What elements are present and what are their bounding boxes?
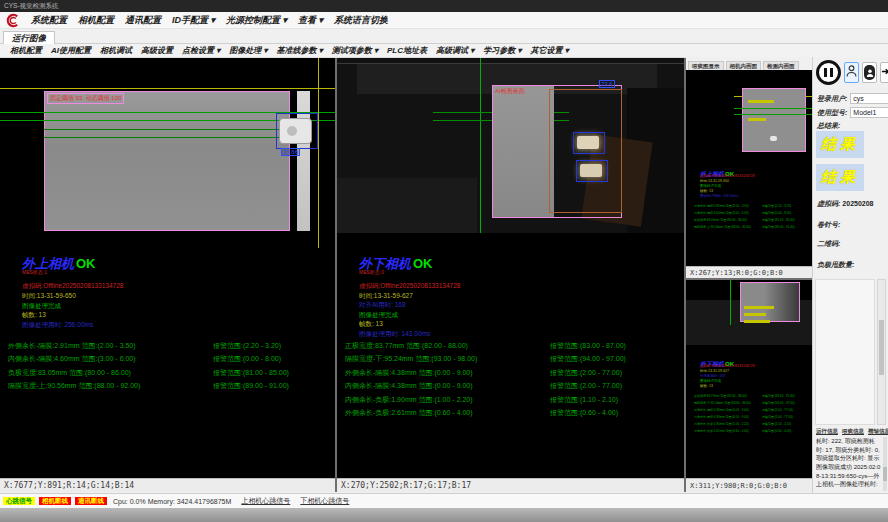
toolbar-test-params[interactable]: 测试项参数 ▾: [332, 45, 378, 56]
title-bar: CYS-视觉检测系统: [0, 0, 888, 12]
menu-item-view[interactable]: 查看 ▾: [298, 14, 323, 27]
pause-icon: [824, 68, 827, 77]
measurement-value: 内侧余长-负极:1.90mm 范围:(1.00 - 2.20): [694, 422, 749, 426]
toolbar-advanced-debug[interactable]: 高级调试 ▾: [436, 45, 474, 56]
thumbnail-tabs: 瑕疵图显示 相机内画面 检测内画面: [686, 57, 812, 70]
alarm-range: 报警范围:(89.00 - 91.00): [213, 381, 289, 391]
time-line: 时间:13-31-59-627: [700, 369, 729, 373]
toolbar-spot-check[interactable]: 点检设置 ▾: [182, 45, 220, 56]
pixel-coordinate-bar-thumb-top: X:267;Y:13;R:0;G:0;B:0: [686, 266, 812, 278]
logout-button[interactable]: [880, 62, 888, 83]
measurement-row: 内侧余长-负极:1.90mm 范围:(1.00 - 2.20)报警范围:(1.1…: [337, 395, 684, 408]
green-guide-line: [480, 58, 481, 233]
toolbar-ai-config[interactable]: AI使用配置: [51, 45, 91, 56]
panel-scrollbar[interactable]: [877, 279, 886, 425]
measurement-value: 内侧余长-负极:1.90mm 范围:(1.00 - 2.20): [345, 395, 473, 405]
user-profile-button[interactable]: [862, 62, 877, 83]
toolbar-camera-config[interactable]: 相机配置: [10, 45, 42, 56]
alarm-range: 报警范围:(83.00 - 87.00): [762, 394, 795, 398]
toolbar-image-processing[interactable]: 图像处理 ▾: [229, 45, 267, 56]
toolbar-plc-address[interactable]: PLC地址表: [387, 45, 427, 56]
barcode-line: 虚拟码:Offline20250208133134728: [700, 364, 755, 368]
log-tab-wrinkle-info[interactable]: 褶皱信息: [868, 428, 888, 435]
measurement-value: 外侧余长-隔膜:2.91mm 范围:(2.00 - 3.50): [8, 341, 136, 351]
alarm-range: 报警范围:(1.10 - 2.10): [550, 395, 618, 405]
alarm-range: 报警范围:(81.00 - 85.00): [213, 368, 289, 378]
scrollbar-thumb[interactable]: [879, 320, 884, 375]
alarm-range: 报警范围:(0.00 - 8.00): [213, 354, 281, 364]
pixel-coordinate-bar-thumb-bottom: X:311;Y:980;R:0;G:0;B:0: [686, 478, 812, 492]
measurement-value: 正极宽度:83.77mm 范围:(82.00 - 88.00): [694, 394, 747, 398]
side-panel: 登录用户: cys 使用型号: Model1 总结果: 结果 结果 虚拟码:20…: [812, 57, 888, 493]
lower-camera-heartbeat: 下相机心跳信号: [300, 496, 349, 506]
menu-item-comm-config[interactable]: 通讯配置: [125, 14, 161, 27]
menu-item-system-config[interactable]: 系统配置: [31, 14, 67, 27]
frame-count-line: 帧数: 13: [700, 384, 713, 388]
anode-count-label: 负极甩数量:: [817, 261, 854, 268]
measurement-row: 外侧余长-隔膜:4.38mm 范围:(0.00 - 9.00)报警范围:(2.0…: [694, 408, 749, 412]
measurement-row: 内侧余长-隔膜:4.60mm 范围:(3.00 - 6.00)报警范围:(0.0…: [0, 354, 335, 367]
result-box-lower: 结果: [816, 164, 864, 191]
login-user-label: 登录用户:: [817, 94, 847, 104]
ok-status: OK: [76, 256, 96, 271]
measure-tag: 23.66: [281, 148, 300, 156]
log-tab-run-info[interactable]: 运行信息: [816, 428, 838, 435]
virtual-code-value: 20250208: [842, 200, 873, 207]
needle-no-field: 卷针号:: [817, 220, 842, 230]
scrollbar-thumb[interactable]: [883, 467, 887, 481]
alarm-range: 报警范围:(94.00 - 97.00): [550, 354, 626, 364]
process-time-line: 图像处理用时: 256.00ms: [700, 194, 738, 198]
log-scrollbar[interactable]: [883, 437, 887, 491]
window-bottom-edge: [0, 508, 888, 522]
thumb-tab-defect-display[interactable]: 瑕疵图显示: [688, 61, 724, 70]
barcode-line: 虚拟码:Offline20250208133134728: [22, 282, 123, 291]
measurement-row: 负极宽度:83.05mm 范围:(80.00 - 86.00)报警范围:(81.…: [0, 368, 335, 381]
window-title: CYS-视觉检测系统: [4, 2, 59, 9]
measurement-value: 外侧余长-隔膜:2.91mm 范围:(2.00 - 3.50): [694, 204, 749, 208]
camera-view-lower[interactable]: AI检测画面 23.6 外下相机OK MES状态:0 虚拟码:Offline20…: [337, 58, 684, 478]
menu-item-id-config[interactable]: ID手配置 ▾: [172, 14, 215, 27]
login-user-input[interactable]: cys: [850, 93, 888, 104]
alarm-range: 报警范围:(1.10 - 2.10): [762, 422, 791, 426]
thumb-tab-camera-view[interactable]: 相机内画面: [726, 61, 762, 70]
yellow-callout: [744, 313, 766, 316]
yellow-callout: [748, 118, 766, 121]
thumb-tab-detect-view[interactable]: 检测内画面: [763, 61, 799, 70]
measurement-value: 隔膜宽度-下:95.24mm 范围:(93.00 - 98.00): [694, 401, 751, 405]
measurement-row: 隔膜宽度-上:90.56mm 范围:(88.00 - 92.00)报警范围:(8…: [694, 225, 751, 229]
time-line: 时间:13-31-59-627: [359, 292, 413, 301]
green-measure-line: [44, 129, 291, 130]
user-login-button[interactable]: [844, 62, 859, 83]
thumbnail-view-upper[interactable]: 外上相机OK 虚拟码:Offline20250208133134728 时间:1…: [686, 70, 812, 266]
mes-status: MES状态:1: [22, 269, 47, 275]
time-line: 时间:13-31-59-650: [700, 179, 729, 183]
pause-button[interactable]: [816, 60, 841, 85]
measurement-value: 外侧余长-隔膜:4.38mm 范围:(0.00 - 9.00): [345, 368, 473, 378]
menu-item-language-switch[interactable]: 系统语言切换: [334, 14, 388, 27]
camera-view-upper[interactable]: 固定阈值:93, 动态阈值:100 23.66 外上相机OK MES状态:1 虚…: [0, 58, 335, 478]
toolbar-other-settings[interactable]: 其它设置 ▾: [531, 45, 569, 56]
toolbar-advanced-settings[interactable]: 高级设置: [141, 45, 173, 56]
menu-item-light-config[interactable]: 光源控制配置 ▾: [226, 14, 287, 27]
cpu-memory-text: Cpu: 0.0% Memory: 3424.41796875M: [113, 498, 231, 505]
alarm-range: 报警范围:(2.00 - 77.00): [550, 368, 622, 378]
thumbnail-view-lower[interactable]: 外下相机OK 虚拟码:Offline20250208133134728 时间:1…: [686, 280, 812, 478]
tab-run-image[interactable]: 运行图像: [3, 31, 55, 44]
alarm-range: 报警范围:(2.00 - 77.00): [550, 381, 622, 391]
pixel-coordinate-bar-right: X:270;Y:2502;R:17;G:17;B:17: [337, 478, 684, 492]
toolbar-baseline-params[interactable]: 基准线参数 ▾: [277, 45, 323, 56]
alarm-range: 报警范围:(2.00 - 77.00): [762, 408, 793, 412]
result-list-box[interactable]: [815, 279, 875, 425]
measurement-value: 内侧余长-隔膜:4.38mm 范围:(0.00 - 9.00): [345, 381, 473, 391]
model-input[interactable]: Model1: [850, 107, 888, 118]
needle-no-label: 卷针号:: [817, 221, 840, 228]
toolbar-learning-params[interactable]: 学习参数 ▾: [483, 45, 521, 56]
alarm-range: 报警范围:(2.00 - 77.00): [762, 415, 793, 419]
log-tab-defect-info[interactable]: 瑕疵信息: [842, 428, 864, 435]
ai-time-line: 对齐AI用时: 168: [700, 374, 725, 378]
menu-item-camera-config[interactable]: 相机配置: [78, 14, 114, 27]
toolbar-camera-debug[interactable]: 相机调试: [100, 45, 132, 56]
measurement-row: 负极宽度:83.05mm 范围:(80.00 - 86.00)报警范围:(81.…: [694, 218, 747, 222]
menu-bar: 系统配置 相机配置 通讯配置 ID手配置 ▾ 光源控制配置 ▾ 查看 ▾ 系统语…: [0, 12, 888, 29]
measurement-value: 外侧余长-隔膜:4.38mm 范围:(0.00 - 9.00): [694, 408, 749, 412]
